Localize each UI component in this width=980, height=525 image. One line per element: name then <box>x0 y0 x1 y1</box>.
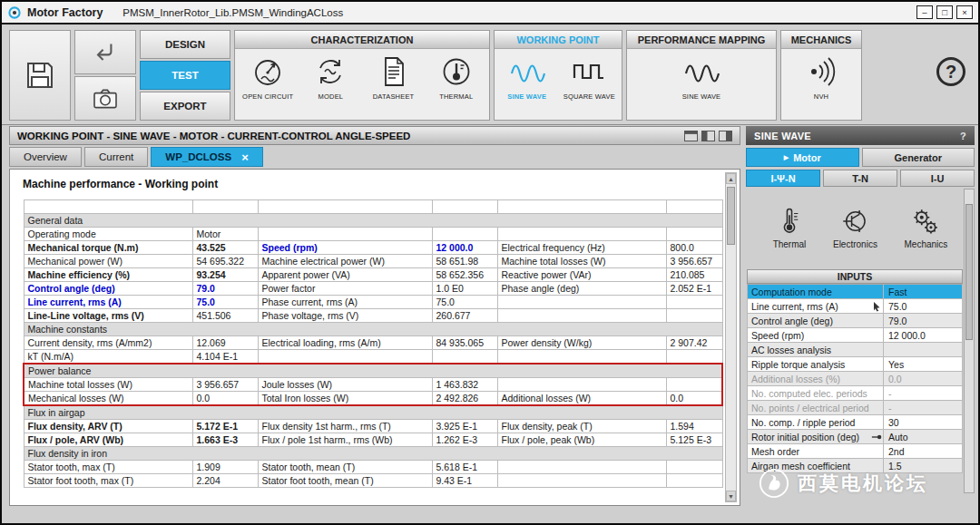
label-cell <box>497 350 666 365</box>
screenshot-button[interactable] <box>74 76 136 121</box>
input-value[interactable]: - <box>884 386 962 400</box>
save-button[interactable] <box>9 30 71 121</box>
section-header-cell: Flux in airgap <box>24 405 722 420</box>
input-label: Control angle (deg) <box>748 314 884 327</box>
tool-square-wave[interactable]: SQUARE WAVE <box>559 53 619 101</box>
test-tab-i-n[interactable]: I-Ψ-N <box>746 170 820 187</box>
tool-nvh[interactable]: NVH <box>791 53 851 101</box>
nvh-icon <box>803 53 839 90</box>
scrollbar-thumb[interactable] <box>727 187 735 245</box>
tab-label: T-N <box>852 173 868 184</box>
input-row-rotor-initial-position-deg[interactable]: Rotor initial position (deg)Auto <box>747 430 963 444</box>
mechanics-button[interactable]: Mechanics <box>905 206 948 249</box>
panel-scrollbar-thumb[interactable] <box>965 204 973 340</box>
input-row-no-comp-ripple-period[interactable]: No. comp. / ripple period30 <box>747 415 963 430</box>
value-cell: 0.0 <box>666 392 722 406</box>
tool-model[interactable]: MODEL <box>300 53 360 101</box>
tab-close-icon[interactable]: × <box>241 151 249 163</box>
value-cell: 1.594 <box>666 420 722 433</box>
label-cell <box>497 461 666 474</box>
input-row-no-computed-elec-periods[interactable]: No. computed elec. periods- <box>747 386 963 401</box>
tool-datasheet[interactable]: DATASHEET <box>364 53 424 101</box>
test-type-tabs: I-Ψ-NT-NI-U <box>746 170 975 187</box>
tool-sine-wave[interactable]: SINE WAVE <box>497 53 557 101</box>
table-row: Mechanical losses (W)0.0Total Iron losse… <box>24 392 722 406</box>
input-value[interactable] <box>884 343 962 356</box>
table-scrollbar[interactable]: ▲ ▼ <box>725 172 737 502</box>
scroll-down-icon[interactable]: ▼ <box>726 491 736 501</box>
input-row-no-points-electrical-period[interactable]: No. points / electrical period- <box>747 401 963 415</box>
help-icon[interactable]: ? <box>936 57 965 86</box>
test-tab-t-n[interactable]: T-N <box>823 170 897 187</box>
maximize-button[interactable]: □ <box>936 5 953 19</box>
scroll-up-icon[interactable]: ▲ <box>726 173 736 184</box>
value-cell: 9.43 E-1 <box>432 474 497 488</box>
input-value[interactable]: Auto <box>884 430 962 443</box>
minimize-button[interactable]: – <box>916 5 933 19</box>
input-row-ripple-torque-analysis[interactable]: Ripple torque analysisYes <box>747 357 963 372</box>
value-cell: Motor <box>192 228 258 241</box>
label-cell <box>497 200 666 214</box>
input-value[interactable]: Yes <box>884 357 962 371</box>
window-layout-icon[interactable] <box>701 131 715 141</box>
tool-sine-wave[interactable]: SINE WAVE <box>671 53 731 101</box>
input-value[interactable]: 12 000.0 <box>884 328 962 342</box>
electronics-button[interactable]: Electronics <box>833 206 877 249</box>
export-button[interactable]: EXPORT <box>140 92 230 121</box>
window-buttons: – □ × <box>916 5 973 19</box>
tool-thermal[interactable]: THERMAL <box>426 53 486 101</box>
test-button[interactable]: TEST <box>140 61 230 90</box>
table-row: Operating modeMotor <box>24 228 722 241</box>
label-cell: Total Iron losses (W) <box>258 392 432 406</box>
label-cell: Current density, rms (A/mm2) <box>24 336 192 350</box>
window-layout-icon[interactable] <box>684 131 698 141</box>
input-value[interactable]: 2nd <box>884 444 962 458</box>
input-row-control-angle-deg[interactable]: Control angle (deg)79.0 <box>747 314 963 328</box>
tab-overview[interactable]: Overview <box>9 147 82 167</box>
test-tab-i-u[interactable]: I-U <box>900 170 975 187</box>
input-value[interactable]: 79.0 <box>884 314 962 327</box>
window-layout-icon[interactable] <box>719 131 732 141</box>
panel-help-icon[interactable]: ? <box>960 131 966 141</box>
context-bar: WORKING POINT - SINE WAVE - MOTOR - CURR… <box>9 126 740 145</box>
mode-tab-generator[interactable]: Generator <box>862 148 975 167</box>
close-button[interactable]: × <box>956 5 973 19</box>
label-cell: Speed (rpm) <box>258 241 432 255</box>
tool-label: SINE WAVE <box>507 92 546 101</box>
input-label: Mesh order <box>748 444 884 458</box>
thermal-button[interactable]: Thermal <box>773 206 807 249</box>
section-header-cell: Power balance <box>24 364 722 378</box>
input-row-additional-losses[interactable]: Additional losses (%)0.0 <box>747 372 963 386</box>
label-cell: Flux density, ARV (T) <box>24 420 192 433</box>
input-value[interactable]: 30 <box>884 415 962 429</box>
right-panel-header: SINE WAVE ? <box>746 126 975 145</box>
design-button[interactable]: DESIGN <box>140 30 230 59</box>
input-value[interactable]: 0.0 <box>884 372 962 385</box>
mode-tab-motor[interactable]: ▶Motor <box>746 148 859 167</box>
table-row: kT (N.m/A)4.104 E-1 <box>24 350 722 365</box>
square-wave-icon <box>571 53 607 90</box>
input-row-mesh-order[interactable]: Mesh order2nd <box>747 444 963 459</box>
tool-label: Mechanics <box>905 239 948 249</box>
value-cell: 54 695.322 <box>192 255 258 268</box>
value-cell: 451.506 <box>192 309 258 323</box>
tab-wp-dcloss[interactable]: WP_DCLOSS× <box>151 147 262 167</box>
input-value[interactable]: Fast <box>884 285 962 298</box>
tab-label: Motor <box>793 152 821 163</box>
input-value[interactable]: 75.0 <box>884 299 962 313</box>
value-cell <box>666 378 722 392</box>
input-value[interactable]: - <box>884 401 962 414</box>
tool-open-circuit[interactable]: OPEN CIRCUIT <box>238 53 298 101</box>
input-row-line-current-rms-a[interactable]: Line current, rms (A)75.0 <box>747 299 963 314</box>
label-cell <box>258 350 432 365</box>
label-cell: Stator foot tooth, max (T) <box>24 474 192 488</box>
tab-current[interactable]: Current <box>84 147 148 167</box>
label-cell: Machine total losses (W) <box>24 378 192 392</box>
input-row-computation-mode[interactable]: Computation modeFast <box>747 285 963 299</box>
input-row-ac-losses-analysis[interactable]: AC losses analysis <box>747 343 963 357</box>
input-row-speed-rpm[interactable]: Speed (rpm)12 000.0 <box>747 328 963 343</box>
open-circuit-icon <box>250 53 286 90</box>
panel-scrollbar[interactable] <box>964 189 975 493</box>
label-cell <box>24 200 192 214</box>
back-arrow-button[interactable] <box>74 30 136 74</box>
